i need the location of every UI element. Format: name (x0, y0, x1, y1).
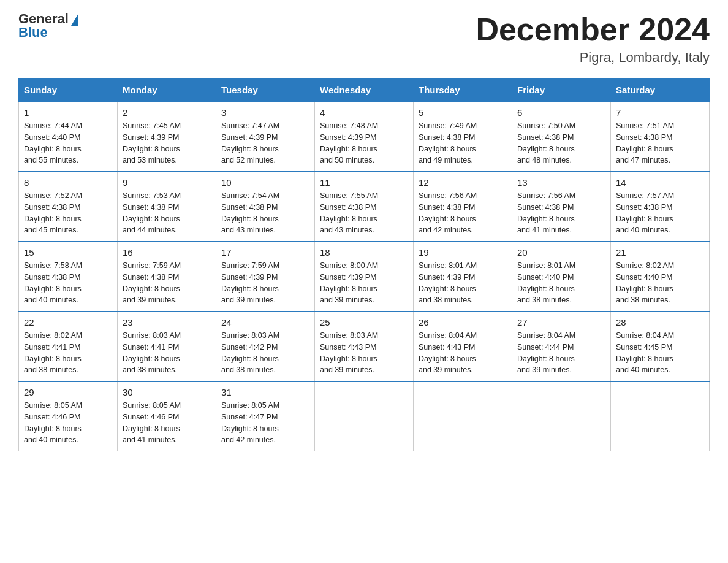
day-info: Sunrise: 7:59 AM Sunset: 4:38 PM Dayligh… (123, 260, 211, 306)
day-info: Sunrise: 8:05 AM Sunset: 4:47 PM Dayligh… (221, 400, 309, 446)
calendar-cell: 29 Sunrise: 8:05 AM Sunset: 4:46 PM Dayl… (19, 381, 118, 451)
calendar-cell: 7 Sunrise: 7:51 AM Sunset: 4:38 PM Dayli… (611, 102, 710, 172)
col-friday: Friday (512, 79, 611, 102)
calendar-cell: 20 Sunrise: 8:01 AM Sunset: 4:40 PM Dayl… (512, 242, 611, 312)
day-number: 30 (123, 387, 211, 397)
day-number: 28 (616, 317, 704, 327)
day-info: Sunrise: 8:04 AM Sunset: 4:43 PM Dayligh… (419, 330, 507, 376)
col-monday: Monday (118, 79, 216, 102)
col-thursday: Thursday (414, 79, 512, 102)
calendar-cell: 21 Sunrise: 8:02 AM Sunset: 4:40 PM Dayl… (611, 242, 710, 312)
calendar-week-5: 29 Sunrise: 8:05 AM Sunset: 4:46 PM Dayl… (19, 381, 710, 451)
calendar-cell: 28 Sunrise: 8:04 AM Sunset: 4:45 PM Dayl… (611, 312, 710, 381)
location-subtitle: Pigra, Lombardy, Italy (476, 50, 710, 66)
day-number: 17 (221, 247, 309, 258)
day-info: Sunrise: 8:05 AM Sunset: 4:46 PM Dayligh… (123, 400, 211, 446)
day-info: Sunrise: 7:45 AM Sunset: 4:39 PM Dayligh… (123, 120, 211, 166)
day-number: 8 (24, 177, 112, 188)
day-info: Sunrise: 7:50 AM Sunset: 4:38 PM Dayligh… (517, 120, 605, 166)
day-number: 20 (517, 247, 605, 258)
calendar-cell: 5 Sunrise: 7:49 AM Sunset: 4:38 PM Dayli… (414, 102, 512, 172)
calendar-cell (315, 381, 414, 451)
day-number: 13 (517, 177, 605, 188)
day-number: 1 (24, 107, 112, 118)
day-number: 12 (419, 177, 507, 188)
page-header: General Blue December 2024 Pigra, Lombar… (18, 12, 710, 66)
day-info: Sunrise: 7:53 AM Sunset: 4:38 PM Dayligh… (123, 190, 211, 236)
calendar-cell: 9 Sunrise: 7:53 AM Sunset: 4:38 PM Dayli… (118, 172, 216, 242)
calendar-cell: 31 Sunrise: 8:05 AM Sunset: 4:47 PM Dayl… (216, 381, 315, 451)
title-section: December 2024 Pigra, Lombardy, Italy (476, 12, 710, 66)
day-number: 4 (320, 107, 408, 118)
day-info: Sunrise: 7:52 AM Sunset: 4:38 PM Dayligh… (24, 190, 112, 236)
day-number: 15 (24, 247, 112, 258)
day-info: Sunrise: 8:02 AM Sunset: 4:41 PM Dayligh… (24, 330, 112, 376)
day-number: 23 (123, 317, 211, 327)
calendar-cell: 16 Sunrise: 7:59 AM Sunset: 4:38 PM Dayl… (118, 242, 216, 312)
calendar-cell: 17 Sunrise: 7:59 AM Sunset: 4:39 PM Dayl… (216, 242, 315, 312)
calendar-cell: 8 Sunrise: 7:52 AM Sunset: 4:38 PM Dayli… (19, 172, 118, 242)
calendar-cell: 24 Sunrise: 8:03 AM Sunset: 4:42 PM Dayl… (216, 312, 315, 381)
day-info: Sunrise: 8:03 AM Sunset: 4:43 PM Dayligh… (320, 330, 408, 376)
day-info: Sunrise: 7:56 AM Sunset: 4:38 PM Dayligh… (419, 190, 507, 236)
calendar-cell: 18 Sunrise: 8:00 AM Sunset: 4:39 PM Dayl… (315, 242, 414, 312)
calendar-cell: 15 Sunrise: 7:58 AM Sunset: 4:38 PM Dayl… (19, 242, 118, 312)
calendar-table: Sunday Monday Tuesday Wednesday Thursday… (18, 78, 710, 451)
calendar-cell: 25 Sunrise: 8:03 AM Sunset: 4:43 PM Dayl… (315, 312, 414, 381)
day-info: Sunrise: 8:04 AM Sunset: 4:45 PM Dayligh… (616, 330, 704, 376)
logo-blue-text: Blue (18, 26, 69, 39)
day-info: Sunrise: 7:48 AM Sunset: 4:39 PM Dayligh… (320, 120, 408, 166)
day-number: 29 (24, 387, 112, 397)
calendar-cell: 10 Sunrise: 7:54 AM Sunset: 4:38 PM Dayl… (216, 172, 315, 242)
logo-triangle-icon (71, 13, 78, 26)
calendar-cell: 6 Sunrise: 7:50 AM Sunset: 4:38 PM Dayli… (512, 102, 611, 172)
day-number: 2 (123, 107, 211, 118)
day-number: 27 (517, 317, 605, 327)
calendar-cell: 30 Sunrise: 8:05 AM Sunset: 4:46 PM Dayl… (118, 381, 216, 451)
day-number: 21 (616, 247, 704, 258)
calendar-cell: 27 Sunrise: 8:04 AM Sunset: 4:44 PM Dayl… (512, 312, 611, 381)
calendar-cell: 13 Sunrise: 7:56 AM Sunset: 4:38 PM Dayl… (512, 172, 611, 242)
day-info: Sunrise: 7:49 AM Sunset: 4:38 PM Dayligh… (419, 120, 507, 166)
calendar-week-1: 1 Sunrise: 7:44 AM Sunset: 4:40 PM Dayli… (19, 102, 710, 172)
day-info: Sunrise: 7:51 AM Sunset: 4:38 PM Dayligh… (616, 120, 704, 166)
calendar-week-3: 15 Sunrise: 7:58 AM Sunset: 4:38 PM Dayl… (19, 242, 710, 312)
day-info: Sunrise: 7:57 AM Sunset: 4:38 PM Dayligh… (616, 190, 704, 236)
calendar-cell (611, 381, 710, 451)
day-number: 7 (616, 107, 704, 118)
day-info: Sunrise: 7:59 AM Sunset: 4:39 PM Dayligh… (221, 260, 309, 306)
month-title: December 2024 (476, 12, 710, 47)
day-info: Sunrise: 8:01 AM Sunset: 4:39 PM Dayligh… (419, 260, 507, 306)
col-saturday: Saturday (611, 79, 710, 102)
day-info: Sunrise: 8:00 AM Sunset: 4:39 PM Dayligh… (320, 260, 408, 306)
day-number: 31 (221, 387, 309, 397)
day-info: Sunrise: 8:03 AM Sunset: 4:41 PM Dayligh… (123, 330, 211, 376)
calendar-week-4: 22 Sunrise: 8:02 AM Sunset: 4:41 PM Dayl… (19, 312, 710, 381)
calendar-cell: 26 Sunrise: 8:04 AM Sunset: 4:43 PM Dayl… (414, 312, 512, 381)
day-info: Sunrise: 8:02 AM Sunset: 4:40 PM Dayligh… (616, 260, 704, 306)
logo-text: General Blue (18, 12, 69, 39)
calendar-cell: 11 Sunrise: 7:55 AM Sunset: 4:38 PM Dayl… (315, 172, 414, 242)
calendar-cell: 12 Sunrise: 7:56 AM Sunset: 4:38 PM Dayl… (414, 172, 512, 242)
day-info: Sunrise: 7:55 AM Sunset: 4:38 PM Dayligh… (320, 190, 408, 236)
calendar-cell: 2 Sunrise: 7:45 AM Sunset: 4:39 PM Dayli… (118, 102, 216, 172)
day-number: 24 (221, 317, 309, 327)
calendar-cell (512, 381, 611, 451)
day-number: 18 (320, 247, 408, 258)
day-number: 3 (221, 107, 309, 118)
day-info: Sunrise: 7:56 AM Sunset: 4:38 PM Dayligh… (517, 190, 605, 236)
calendar-cell: 14 Sunrise: 7:57 AM Sunset: 4:38 PM Dayl… (611, 172, 710, 242)
day-number: 11 (320, 177, 408, 188)
calendar-cell: 19 Sunrise: 8:01 AM Sunset: 4:39 PM Dayl… (414, 242, 512, 312)
day-number: 25 (320, 317, 408, 327)
day-info: Sunrise: 7:47 AM Sunset: 4:39 PM Dayligh… (221, 120, 309, 166)
calendar-cell: 1 Sunrise: 7:44 AM Sunset: 4:40 PM Dayli… (19, 102, 118, 172)
day-number: 22 (24, 317, 112, 327)
day-number: 14 (616, 177, 704, 188)
calendar-cell (414, 381, 512, 451)
day-number: 26 (419, 317, 507, 327)
day-info: Sunrise: 8:04 AM Sunset: 4:44 PM Dayligh… (517, 330, 605, 376)
col-wednesday: Wednesday (315, 79, 414, 102)
calendar-cell: 4 Sunrise: 7:48 AM Sunset: 4:39 PM Dayli… (315, 102, 414, 172)
day-number: 5 (419, 107, 507, 118)
